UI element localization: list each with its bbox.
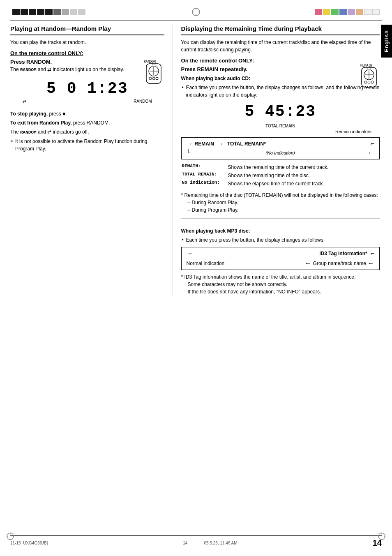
crosshair-bottom-left [6, 532, 14, 542]
lcd-labels-left: ⇄ RANDOM [10, 99, 164, 104]
bar-seg [339, 9, 347, 15]
mp3-note-line2: Some characters may not be shown correct… [181, 281, 380, 288]
mp3-arrow-1: → [187, 250, 193, 257]
flow-bottom: └ (No Indication) ← [187, 149, 374, 157]
left-press-label: Press RANDOM. [10, 59, 164, 65]
flow-arrow-2: → [217, 140, 224, 148]
footer-center: 14 05.5.25, 11:46 AM [183, 541, 237, 545]
lcd-display-left: 5 0 1:23 ⇄ RANDOM [10, 80, 164, 104]
bar-seg [78, 9, 85, 15]
def-row-remain: REMAIN: Shows the remaining time of the … [182, 164, 379, 171]
flow-top: → REMAIN → TOTAL REMAIN* ⌐ [187, 140, 374, 148]
left-intro: You can play the tracks at random. [10, 39, 164, 46]
left-press-area: Press RANDOM. The RANDOM and ⇄ indicator… [10, 59, 164, 74]
svg-point-23 [7, 533, 14, 540]
right-intro: You can display the remaining time of th… [181, 39, 380, 53]
flow-arrow-3: ⌐ [371, 140, 374, 148]
right-press-label: Press REMAIN repeatedly. [181, 66, 380, 72]
svg-text:RANDOM: RANDOM [144, 60, 156, 64]
bar-seg [12, 9, 20, 15]
remain-flow-diagram: → REMAIN → TOTAL REMAIN* ⌐ └ (No Indicat… [181, 137, 380, 159]
bar-seg [331, 9, 339, 15]
lcd-display-right: 5 45:23 TOTAL REMAIN [181, 103, 380, 128]
english-tab: English [381, 25, 392, 58]
mp3-arrow-4: ← [368, 260, 374, 267]
bar-seg [29, 9, 36, 15]
def-row-total: TOTAL REMAIN: Shows the remaining time o… [182, 172, 379, 179]
audio-cd-section: When playing back audio CD: REMAIN [181, 75, 380, 99]
mp3-note-line3: If the file does not have any informatio… [181, 288, 380, 295]
def-term-remain: REMAIN: [182, 164, 227, 171]
crosshair-icon [191, 7, 201, 16]
footer-center-num: 14 [183, 541, 187, 545]
bar-seg [70, 9, 77, 15]
remain-indicators-label: Remain indicators [181, 129, 371, 134]
def-desc-total: Shows the remaining time of the disc. [228, 172, 379, 179]
left-press-desc: The RANDOM and ⇄ indicators light up on … [10, 66, 164, 74]
mp3-bullet: Each time you press the button, the disp… [181, 236, 380, 244]
top-bar [0, 7, 392, 16]
def-term-none: No indication: [182, 180, 227, 187]
mp3-flow-diagram: → ID3 Tag information* ⌐ Normal indicati… [181, 247, 380, 270]
mp3-normal-label: Normal indication [187, 261, 225, 266]
svg-point-21 [371, 81, 374, 83]
mp3-flow-top: → ID3 Tag information* ⌐ [187, 250, 374, 257]
svg-point-11 [152, 77, 155, 80]
svg-point-28 [378, 533, 385, 540]
asterisk-item-2: – During Program Play. [181, 206, 380, 214]
audio-cd-heading: When playing back audio CD: [181, 75, 380, 82]
svg-point-19 [364, 81, 367, 83]
mp3-group-name: ← Group name/track name ← [305, 260, 374, 267]
mp3-arrow-3: ← [305, 260, 311, 267]
mp3-flow-bottom: Normal indication ← Group name/track nam… [187, 260, 374, 267]
left-subheading: On the remote control ONLY: [10, 50, 164, 56]
exit-bold: To exit from Random Play, [10, 120, 72, 126]
left-section-title: Playing at Random—Random Play [10, 25, 164, 35]
mp3-id3-label: ID3 Tag information* [319, 251, 367, 256]
top-rule [10, 21, 382, 21]
stop-bold: To stop playing, [10, 111, 48, 117]
bar-seg [323, 9, 330, 15]
bar-seg [62, 9, 69, 15]
def-desc-none: Shows the elapsed time of the current tr… [228, 180, 379, 187]
main-content: Playing at Random—Random Play You can pl… [10, 25, 380, 531]
top-bar-center [107, 7, 285, 16]
bar-seg [356, 9, 363, 15]
mp3-arrow-2: ⌐ [371, 250, 374, 257]
lcd-label-random: RANDOM [134, 99, 152, 104]
exit-instruction: To exit from Random Play, press RANDOM. [10, 119, 164, 127]
crosshair-svg-right [378, 532, 386, 540]
bottom-bar: 11-15_UXG4G3[UB] 14 05.5.25, 11:46 AM 14 [10, 535, 382, 548]
svg-text:REMAIN: REMAIN [360, 64, 372, 67]
flow-arrow-5: ← [368, 149, 374, 157]
mp3-heading: When playing back MP3 disc: [181, 227, 380, 235]
left-column: Playing at Random—Random Play You can pl… [10, 25, 173, 295]
bar-seg [53, 9, 61, 15]
bar-seg [348, 9, 355, 15]
top-bar-left [0, 9, 107, 15]
bar-seg [45, 9, 53, 15]
def-row-none: No indication: Shows the elapsed time of… [182, 180, 379, 187]
indicators-off-text: The RANDOM and ⇄ indicators go off. [10, 128, 164, 136]
bar-seg [364, 9, 371, 15]
mp3-group-label: Group name/track name [313, 261, 366, 266]
flow-arrow-4: └ [187, 149, 191, 157]
lcd-sublabels: TOTAL REMAIN [181, 124, 380, 128]
right-column: Displaying the Remaining Time during Pla… [173, 25, 380, 295]
flow-arrow-1: → [187, 140, 193, 148]
footer-left: 11-15_UXG4G3[UB] [10, 541, 48, 545]
right-subheading: On the remote control ONLY: [181, 58, 380, 64]
svg-point-12 [156, 77, 158, 80]
flow-no-indication: (No Indication) [265, 150, 295, 155]
mp3-normal-indication: Normal indication [187, 261, 225, 266]
asterisk-item-1: – During Random Play. [181, 199, 380, 206]
top-bar-right [285, 9, 392, 15]
crosshair-bottom-right [378, 532, 386, 542]
bar-seg [21, 9, 28, 15]
crosshair-svg-left [6, 532, 14, 540]
right-section-title: Displaying the Remaining Time during Pla… [181, 25, 380, 35]
bar-seg [372, 9, 380, 15]
def-term-total: TOTAL REMAIN: [182, 172, 227, 179]
mp3-divider [181, 219, 380, 219]
def-desc-remain: Shows the remaining time of the current … [228, 164, 379, 171]
